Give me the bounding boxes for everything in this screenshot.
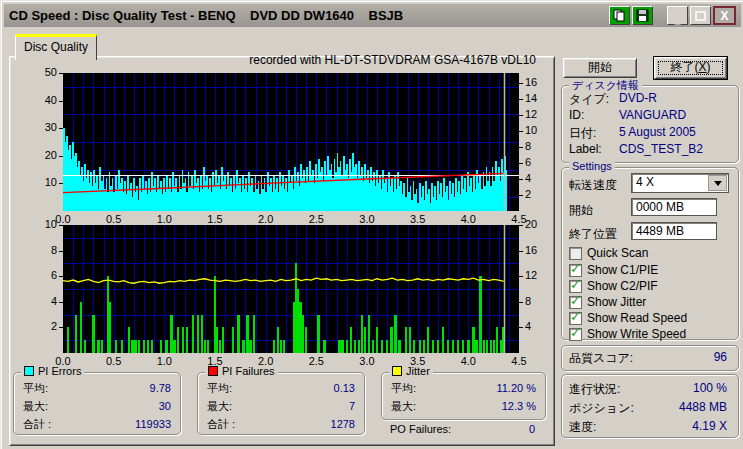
pi-failures-chart-canvas (63, 225, 519, 353)
checkbox-quick-scan[interactable]: Quick Scan (569, 246, 648, 260)
x-axis-tick-label: 3.0 (352, 213, 382, 225)
y-axis-left-tick (59, 101, 63, 102)
y-axis-right-tick-label: 6 (525, 156, 531, 168)
checkbox-checked-icon[interactable]: ✓ (569, 312, 582, 325)
y-axis-right-tick (519, 251, 523, 252)
y-axis-left-tick (59, 327, 63, 328)
progress-label: 進行状況: (569, 381, 620, 398)
checkbox-checked-icon[interactable]: ✓ (569, 328, 582, 341)
disc-info-value: 5 August 2005 (619, 125, 696, 139)
po-failures-row: PO Failures: 0 (381, 420, 544, 438)
pi-failures-legend-swatch (208, 366, 218, 376)
x-axis-tick-label: 3.5 (403, 213, 433, 225)
stat-value: 9.78 (150, 379, 171, 397)
transfer-rate-combobox[interactable]: 4 X (631, 173, 729, 193)
stat-row: 最大:12.3 % (382, 397, 545, 415)
y-axis-left-tick-label: 2 (27, 320, 57, 332)
stat-row: 合計 :119933 (14, 415, 180, 433)
disc-info-row: 5 August 2005 (619, 125, 696, 139)
checkbox-label: Show Read Speed (587, 311, 687, 325)
y-axis-right-tick-label: 8 (525, 295, 531, 307)
stat-label: 平均: (207, 379, 232, 397)
x-axis-tick-label: 4.0 (453, 355, 483, 367)
checkbox-checked-icon[interactable]: ✓ (569, 280, 582, 293)
combo-dropdown-button[interactable] (708, 175, 727, 191)
title-bar[interactable]: CD Speed : Disc Quality Test - BENQ DVD … (4, 4, 741, 27)
stat-value: 119933 (135, 415, 171, 433)
y-axis-right-tick (519, 83, 523, 84)
start-position-field[interactable]: 0000 MB (631, 198, 717, 216)
y-axis-right-tick (519, 147, 523, 148)
copy-to-clipboard-button[interactable] (609, 6, 630, 25)
disc-info-label: タイプ: (569, 92, 609, 106)
x-axis-tick-label: 2.5 (301, 213, 331, 225)
check-icon: ✓ (570, 312, 581, 322)
stat-value: 11.20 % (496, 379, 536, 397)
checkbox-checked-icon[interactable]: ✓ (569, 264, 582, 277)
checkbox-checked-icon[interactable]: ✓ (569, 296, 582, 309)
y-axis-left-tick-label: 8 (27, 244, 57, 256)
start-button-label: 開始 (588, 60, 612, 74)
minimize-button[interactable]: _ (667, 6, 688, 25)
disc-info-value: CDS_TEST_B2 (619, 142, 703, 156)
end-position-field[interactable]: 4489 MB (631, 222, 717, 240)
y-axis-right-tick-label: 16 (525, 244, 537, 256)
copy-icon (613, 9, 626, 22)
tab-disc-quality[interactable]: Disc Quality (15, 34, 97, 60)
maximize-button[interactable] (690, 6, 711, 25)
y-axis-left-tick (59, 302, 63, 303)
stat-label: 平均: (23, 379, 48, 397)
y-axis-left-tick (59, 156, 63, 157)
start-button[interactable]: 開始 (563, 58, 637, 78)
exit-button[interactable]: 終了(X) (654, 57, 727, 79)
y-axis-right-tick-label: 14 (525, 92, 537, 104)
y-axis-right-tick (519, 163, 523, 164)
window-title: CD Speed : Disc Quality Test - BENQ DVD … (4, 8, 609, 23)
close-button[interactable]: X (713, 6, 736, 25)
y-axis-left-tick (59, 183, 63, 184)
po-failures-label: PO Failures: (390, 420, 451, 438)
close-icon: X (720, 9, 728, 23)
disc-info-row: 日付: (569, 125, 596, 142)
stat-value: 12.3 % (502, 397, 536, 415)
disc-info-label: Label: (569, 142, 602, 156)
chevron-down-icon (714, 181, 722, 186)
stat-label: 最大: (207, 397, 232, 415)
save-button[interactable] (632, 6, 653, 25)
checkbox-show-c2-pif[interactable]: ✓Show C2/PIF (569, 279, 658, 293)
checkbox-show-c1-pie[interactable]: ✓Show C1/PIE (569, 263, 658, 277)
x-axis-tick-label: 1.5 (200, 213, 230, 225)
speed-value: 4.19 X (621, 419, 727, 433)
end-position-label: 終了位置 (569, 226, 617, 243)
checkbox-unchecked-icon[interactable] (569, 247, 582, 260)
y-axis-left-tick (59, 73, 63, 74)
jitter-legend-label: Jitter (406, 365, 430, 377)
stat-label: 合計 : (23, 415, 51, 433)
po-failures-value: 0 (529, 420, 535, 438)
y-axis-left-tick-label: 6 (27, 269, 57, 281)
speed-label: 速度: (569, 419, 596, 436)
x-axis-tick-label: 2.0 (251, 213, 281, 225)
save-floppy-icon (636, 9, 649, 22)
focus-rect (658, 61, 723, 75)
checkbox-show-read-speed[interactable]: ✓Show Read Speed (569, 311, 687, 325)
checkbox-show-write-speed[interactable]: ✓Show Write Speed (569, 327, 686, 341)
settings-group-title: Settings (569, 160, 615, 172)
x-axis-tick-label: 2.5 (301, 355, 331, 367)
y-axis-right-tick (519, 327, 523, 328)
position-value: 4488 MB (621, 400, 727, 414)
y-axis-right-tick (519, 115, 523, 116)
x-axis-tick-label: 0.5 (99, 213, 129, 225)
y-axis-right-tick-label: 4 (525, 172, 531, 184)
check-icon: ✓ (570, 264, 581, 274)
recorded-with-note: recorded with HL-DT-STDVDRAM GSA-4167B v… (101, 53, 536, 67)
transfer-rate-label: 転送速度 (569, 177, 617, 194)
check-icon: ✓ (570, 328, 581, 338)
stat-row: 最大:30 (14, 397, 180, 415)
pi-failures-stats-group: PI Failures 平均:0.13 最大:7 合計 :1278 (197, 372, 365, 435)
stat-row: 平均:9.78 (14, 379, 180, 397)
y-axis-left-tick-label: 40 (27, 94, 57, 106)
checkbox-show-jitter[interactable]: ✓Show Jitter (569, 295, 646, 309)
y-axis-right-tick-label: 12 (525, 269, 537, 281)
checkbox-label: Show Write Speed (587, 327, 686, 341)
